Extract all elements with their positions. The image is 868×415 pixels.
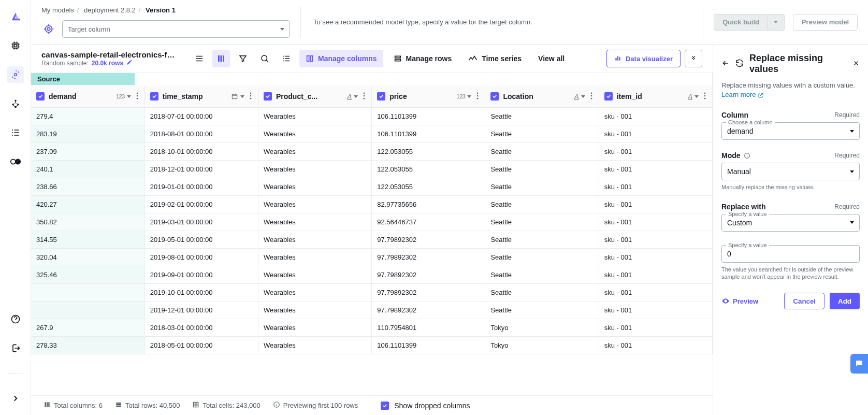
filter-icon[interactable] <box>234 50 252 67</box>
column-checkbox[interactable] <box>150 92 158 101</box>
total-cells: Total cells: 243,000 <box>202 402 260 409</box>
svg-rect-48 <box>194 402 198 407</box>
list-icon[interactable] <box>7 124 24 141</box>
table-row[interactable]: 278.332018-05-01 00:00:00Wearables106.11… <box>31 337 713 354</box>
svg-point-41 <box>704 97 706 99</box>
flow-icon[interactable] <box>7 95 24 112</box>
column-checkbox[interactable] <box>36 92 45 101</box>
expand-rail-icon[interactable] <box>7 390 24 407</box>
manage-rows-button[interactable]: Manage rows <box>387 50 458 67</box>
svg-rect-20 <box>615 58 616 61</box>
quick-build-caret[interactable] <box>768 14 785 31</box>
column-checkbox[interactable] <box>264 92 272 101</box>
column-menu-icon[interactable] <box>249 92 253 101</box>
custom-value-input[interactable]: Specify a value 0 <box>721 245 860 263</box>
sample-rows-link[interactable]: 20.0k rows <box>92 60 123 67</box>
table-cell: Seattle <box>485 108 599 125</box>
table-row[interactable]: 237.092018-10-01 00:00:00Wearables122.05… <box>31 143 713 161</box>
crumb-models[interactable]: My models <box>41 6 74 14</box>
wrangler-icon[interactable] <box>7 66 24 83</box>
logout-icon[interactable] <box>7 340 24 356</box>
column-checkbox[interactable] <box>490 92 499 101</box>
table-cell: sku - 001 <box>599 284 712 302</box>
list-view-icon[interactable] <box>191 50 208 67</box>
cancel-button[interactable]: Cancel <box>784 293 824 309</box>
svg-rect-12 <box>218 55 220 62</box>
edit-sample-icon[interactable] <box>126 59 133 67</box>
column-menu-icon[interactable] <box>135 92 139 101</box>
table-row[interactable]: 238.662019-01-01 00:00:00Wearables122.05… <box>31 178 713 196</box>
svg-point-38 <box>590 97 592 99</box>
svg-rect-44 <box>48 402 49 407</box>
column-header[interactable]: Product_c... A <box>258 85 371 107</box>
column-header[interactable]: price 123 <box>372 85 485 107</box>
sample-label: Random sample: <box>41 60 89 67</box>
add-button[interactable]: Add <box>830 293 860 309</box>
help-icon[interactable] <box>7 311 24 327</box>
rows-icon <box>394 54 402 63</box>
table-row[interactable]: 279.42018-07-01 00:00:00Wearables106.110… <box>31 108 713 125</box>
column-type-icon[interactable]: A <box>688 93 699 101</box>
table-row[interactable]: 314.552019-05-01 00:00:00Wearables97.798… <box>31 231 713 249</box>
column-checkbox[interactable] <box>604 92 613 101</box>
column-header[interactable]: Location A <box>485 85 598 107</box>
replace-with-select[interactable]: Specify a value Custom <box>721 214 860 232</box>
table-row[interactable]: 325.462019-09-01 00:00:00Wearables97.798… <box>31 266 713 284</box>
table-cell: Seattle <box>485 125 599 143</box>
table-row[interactable]: 350.822019-03-01 00:00:00Wearables92.564… <box>31 213 713 231</box>
show-dropped-checkbox[interactable] <box>381 402 389 410</box>
table-cell: 267.9 <box>31 319 144 337</box>
time-series-button[interactable]: Time series <box>462 50 528 67</box>
column-menu-icon[interactable] <box>703 92 707 101</box>
svg-point-2 <box>14 74 17 76</box>
chat-fab-icon[interactable] <box>850 354 868 374</box>
steps-icon[interactable] <box>278 50 295 67</box>
preview-button[interactable]: Preview <box>721 297 758 305</box>
table-cell: Wearables <box>258 143 371 161</box>
data-visualizer-button[interactable]: Data visualizer <box>606 50 681 67</box>
column-type-icon[interactable]: A <box>574 93 585 101</box>
column-header[interactable]: time_stamp <box>145 85 258 107</box>
column-type-icon[interactable] <box>231 93 244 100</box>
column-select[interactable]: Choose a column demand <box>721 122 860 140</box>
mode-select[interactable]: Manual <box>721 163 860 180</box>
logo-icon[interactable] <box>7 8 24 25</box>
search-icon[interactable] <box>256 50 273 67</box>
back-icon[interactable] <box>721 59 730 69</box>
column-checkbox[interactable] <box>377 92 385 101</box>
crumb-deployment[interactable]: deployment 2.8.2 <box>84 6 136 14</box>
column-type-icon[interactable]: A <box>348 93 358 101</box>
chip-icon[interactable] <box>7 37 24 54</box>
table-row[interactable]: 420.272019-02-01 00:00:00Wearables82.977… <box>31 196 713 213</box>
target-column-select[interactable]: Target column <box>62 20 290 38</box>
table-row[interactable]: 2019-12-01 00:00:00Wearables97.79892302S… <box>31 302 713 319</box>
more-options-button[interactable] <box>685 50 702 67</box>
table-cell: 2019-03-01 00:00:00 <box>144 213 258 231</box>
learn-more-link[interactable]: Learn more <box>721 91 764 98</box>
input-helper: The value you searched for is outside of… <box>721 266 860 281</box>
manage-columns-button[interactable]: Manage columns <box>299 50 383 67</box>
table-row[interactable]: 320.042019-08-01 00:00:00Wearables97.798… <box>31 249 713 266</box>
svg-rect-47 <box>116 406 121 407</box>
table-row[interactable]: 240.12018-12-01 00:00:00Wearables122.053… <box>31 161 713 178</box>
table-cell: Seattle <box>485 196 599 213</box>
table-row[interactable]: 283.192018-08-01 00:00:00Wearables106.11… <box>31 125 713 143</box>
table-row[interactable]: 267.92018-03-01 00:00:00Wearables110.795… <box>31 319 713 337</box>
column-menu-icon[interactable] <box>589 92 594 101</box>
column-header[interactable]: item_id A <box>599 85 712 107</box>
column-menu-icon[interactable] <box>362 92 366 101</box>
quick-build-button[interactable]: Quick build <box>714 14 768 31</box>
column-type-icon[interactable]: 123 <box>457 93 472 99</box>
column-header[interactable]: demand 123 <box>31 85 144 107</box>
grid-view-icon[interactable] <box>212 50 230 67</box>
view-all-button[interactable]: View all <box>532 50 571 67</box>
close-icon[interactable] <box>852 60 860 68</box>
table-cell: 82.97735656 <box>372 196 485 213</box>
preview-model-button[interactable]: Preview model <box>793 14 858 31</box>
table-cell: 97.79892302 <box>372 284 485 302</box>
toggle-icon[interactable] <box>7 153 24 170</box>
column-menu-icon[interactable] <box>475 92 480 101</box>
table-cell: Seattle <box>485 178 599 196</box>
table-row[interactable]: 2019-10-01 00:00:00Wearables97.79892302S… <box>31 284 713 302</box>
column-type-icon[interactable]: 123 <box>116 93 131 99</box>
